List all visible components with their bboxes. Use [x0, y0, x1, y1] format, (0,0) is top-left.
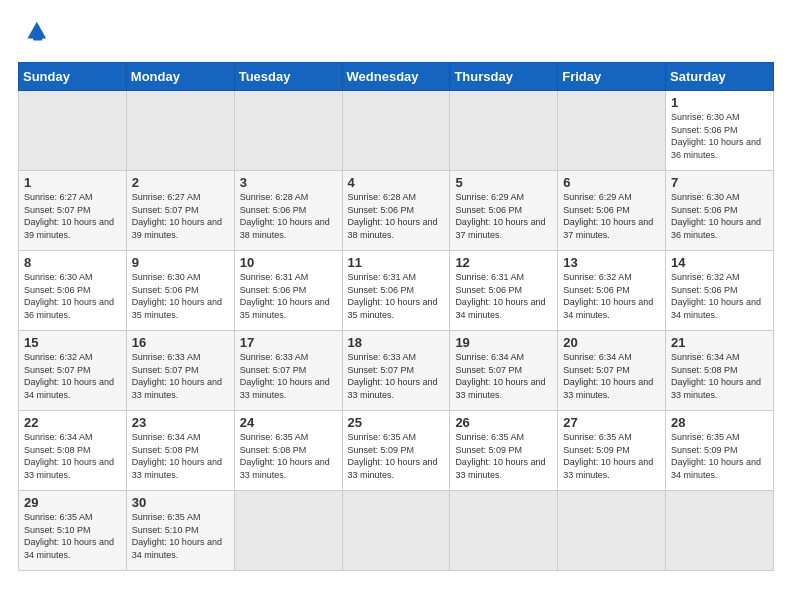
header	[18, 18, 774, 50]
calendar-week-row: 29Sunrise: 6:35 AMSunset: 5:10 PMDayligh…	[19, 491, 774, 571]
calendar-week-row: 15Sunrise: 6:32 AMSunset: 5:07 PMDayligh…	[19, 331, 774, 411]
day-info: Sunrise: 6:35 AMSunset: 5:10 PMDaylight:…	[24, 511, 121, 561]
day-number: 1	[24, 175, 121, 190]
calendar-cell: 6Sunrise: 6:29 AMSunset: 5:06 PMDaylight…	[558, 171, 666, 251]
calendar-cell: 14Sunrise: 6:32 AMSunset: 5:06 PMDayligh…	[666, 251, 774, 331]
day-info: Sunrise: 6:28 AMSunset: 5:06 PMDaylight:…	[348, 191, 445, 241]
calendar-cell: 7Sunrise: 6:30 AMSunset: 5:06 PMDaylight…	[666, 171, 774, 251]
day-info: Sunrise: 6:32 AMSunset: 5:07 PMDaylight:…	[24, 351, 121, 401]
calendar-cell: 12Sunrise: 6:31 AMSunset: 5:06 PMDayligh…	[450, 251, 558, 331]
calendar-cell: 29Sunrise: 6:35 AMSunset: 5:10 PMDayligh…	[19, 491, 127, 571]
calendar-cell: 16Sunrise: 6:33 AMSunset: 5:07 PMDayligh…	[126, 331, 234, 411]
day-number: 10	[240, 255, 337, 270]
day-info: Sunrise: 6:35 AMSunset: 5:08 PMDaylight:…	[240, 431, 337, 481]
day-number: 24	[240, 415, 337, 430]
day-info: Sunrise: 6:30 AMSunset: 5:06 PMDaylight:…	[671, 191, 768, 241]
calendar-cell: 11Sunrise: 6:31 AMSunset: 5:06 PMDayligh…	[342, 251, 450, 331]
day-info: Sunrise: 6:33 AMSunset: 5:07 PMDaylight:…	[132, 351, 229, 401]
day-info: Sunrise: 6:31 AMSunset: 5:06 PMDaylight:…	[348, 271, 445, 321]
day-number: 4	[348, 175, 445, 190]
day-info: Sunrise: 6:30 AMSunset: 5:06 PMDaylight:…	[132, 271, 229, 321]
day-number: 15	[24, 335, 121, 350]
calendar-cell	[234, 491, 342, 571]
calendar-cell	[666, 491, 774, 571]
day-info: Sunrise: 6:34 AMSunset: 5:07 PMDaylight:…	[563, 351, 660, 401]
day-number: 26	[455, 415, 552, 430]
calendar-table: SundayMondayTuesdayWednesdayThursdayFrid…	[18, 62, 774, 571]
day-number: 7	[671, 175, 768, 190]
calendar-cell: 15Sunrise: 6:32 AMSunset: 5:07 PMDayligh…	[19, 331, 127, 411]
calendar-cell: 2Sunrise: 6:27 AMSunset: 5:07 PMDaylight…	[126, 171, 234, 251]
day-info: Sunrise: 6:27 AMSunset: 5:07 PMDaylight:…	[132, 191, 229, 241]
calendar-cell: 19Sunrise: 6:34 AMSunset: 5:07 PMDayligh…	[450, 331, 558, 411]
calendar-header-monday: Monday	[126, 63, 234, 91]
calendar-header-thursday: Thursday	[450, 63, 558, 91]
day-info: Sunrise: 6:35 AMSunset: 5:09 PMDaylight:…	[455, 431, 552, 481]
day-info: Sunrise: 6:32 AMSunset: 5:06 PMDaylight:…	[671, 271, 768, 321]
day-number: 5	[455, 175, 552, 190]
calendar-cell: 28Sunrise: 6:35 AMSunset: 5:09 PMDayligh…	[666, 411, 774, 491]
calendar-cell	[450, 91, 558, 171]
calendar-cell: 22Sunrise: 6:34 AMSunset: 5:08 PMDayligh…	[19, 411, 127, 491]
day-number: 28	[671, 415, 768, 430]
calendar-cell	[450, 491, 558, 571]
calendar-week-row: 8Sunrise: 6:30 AMSunset: 5:06 PMDaylight…	[19, 251, 774, 331]
day-info: Sunrise: 6:35 AMSunset: 5:09 PMDaylight:…	[348, 431, 445, 481]
calendar-cell: 17Sunrise: 6:33 AMSunset: 5:07 PMDayligh…	[234, 331, 342, 411]
day-info: Sunrise: 6:34 AMSunset: 5:08 PMDaylight:…	[132, 431, 229, 481]
calendar-cell: 3Sunrise: 6:28 AMSunset: 5:06 PMDaylight…	[234, 171, 342, 251]
day-number: 29	[24, 495, 121, 510]
page: SundayMondayTuesdayWednesdayThursdayFrid…	[0, 0, 792, 612]
day-info: Sunrise: 6:34 AMSunset: 5:08 PMDaylight:…	[24, 431, 121, 481]
calendar-cell: 5Sunrise: 6:29 AMSunset: 5:06 PMDaylight…	[450, 171, 558, 251]
calendar-cell: 26Sunrise: 6:35 AMSunset: 5:09 PMDayligh…	[450, 411, 558, 491]
day-number: 8	[24, 255, 121, 270]
calendar-cell	[19, 91, 127, 171]
day-number: 18	[348, 335, 445, 350]
calendar-header-saturday: Saturday	[666, 63, 774, 91]
calendar-cell	[558, 91, 666, 171]
calendar-cell	[342, 491, 450, 571]
calendar-cell: 21Sunrise: 6:34 AMSunset: 5:08 PMDayligh…	[666, 331, 774, 411]
calendar-header-sunday: Sunday	[19, 63, 127, 91]
calendar-cell	[234, 91, 342, 171]
calendar-header-tuesday: Tuesday	[234, 63, 342, 91]
day-number: 30	[132, 495, 229, 510]
day-number: 14	[671, 255, 768, 270]
day-number: 13	[563, 255, 660, 270]
logo	[18, 18, 48, 50]
calendar-cell	[126, 91, 234, 171]
day-info: Sunrise: 6:30 AMSunset: 5:06 PMDaylight:…	[24, 271, 121, 321]
day-number: 21	[671, 335, 768, 350]
calendar-header-row: SundayMondayTuesdayWednesdayThursdayFrid…	[19, 63, 774, 91]
calendar-week-row: 1Sunrise: 6:30 AMSunset: 5:06 PMDaylight…	[19, 91, 774, 171]
calendar-cell: 1Sunrise: 6:30 AMSunset: 5:06 PMDaylight…	[666, 91, 774, 171]
calendar-header-wednesday: Wednesday	[342, 63, 450, 91]
day-number: 25	[348, 415, 445, 430]
calendar-header-friday: Friday	[558, 63, 666, 91]
calendar-week-row: 1Sunrise: 6:27 AMSunset: 5:07 PMDaylight…	[19, 171, 774, 251]
day-info: Sunrise: 6:30 AMSunset: 5:06 PMDaylight:…	[671, 111, 768, 161]
day-info: Sunrise: 6:29 AMSunset: 5:06 PMDaylight:…	[455, 191, 552, 241]
calendar-week-row: 22Sunrise: 6:34 AMSunset: 5:08 PMDayligh…	[19, 411, 774, 491]
logo-icon	[20, 18, 48, 46]
day-number: 2	[132, 175, 229, 190]
calendar-cell: 30Sunrise: 6:35 AMSunset: 5:10 PMDayligh…	[126, 491, 234, 571]
calendar-cell: 25Sunrise: 6:35 AMSunset: 5:09 PMDayligh…	[342, 411, 450, 491]
calendar-cell: 4Sunrise: 6:28 AMSunset: 5:06 PMDaylight…	[342, 171, 450, 251]
day-number: 23	[132, 415, 229, 430]
calendar-cell	[342, 91, 450, 171]
day-info: Sunrise: 6:31 AMSunset: 5:06 PMDaylight:…	[240, 271, 337, 321]
day-info: Sunrise: 6:34 AMSunset: 5:08 PMDaylight:…	[671, 351, 768, 401]
day-info: Sunrise: 6:33 AMSunset: 5:07 PMDaylight:…	[348, 351, 445, 401]
day-info: Sunrise: 6:33 AMSunset: 5:07 PMDaylight:…	[240, 351, 337, 401]
calendar-cell: 13Sunrise: 6:32 AMSunset: 5:06 PMDayligh…	[558, 251, 666, 331]
day-info: Sunrise: 6:27 AMSunset: 5:07 PMDaylight:…	[24, 191, 121, 241]
day-info: Sunrise: 6:35 AMSunset: 5:09 PMDaylight:…	[563, 431, 660, 481]
day-info: Sunrise: 6:35 AMSunset: 5:10 PMDaylight:…	[132, 511, 229, 561]
day-number: 9	[132, 255, 229, 270]
day-info: Sunrise: 6:32 AMSunset: 5:06 PMDaylight:…	[563, 271, 660, 321]
day-number: 16	[132, 335, 229, 350]
day-number: 20	[563, 335, 660, 350]
day-info: Sunrise: 6:31 AMSunset: 5:06 PMDaylight:…	[455, 271, 552, 321]
